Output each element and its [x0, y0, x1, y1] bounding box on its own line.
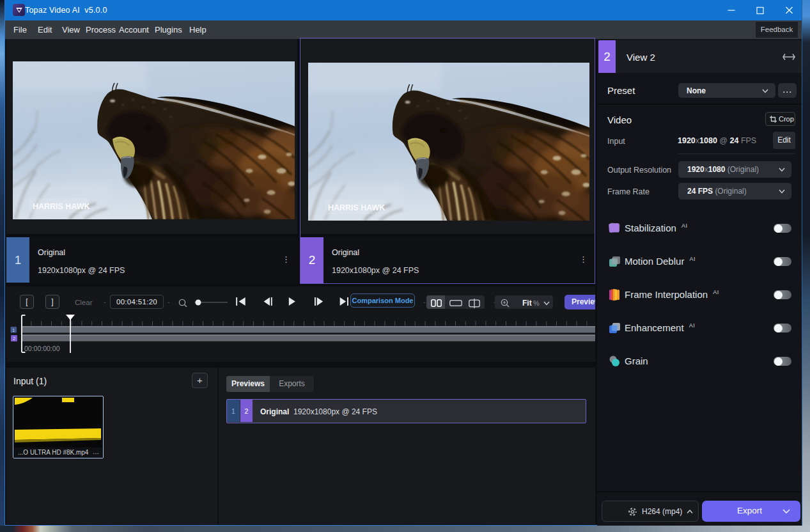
svg-text:1: 1 [12, 327, 15, 333]
svg-text:00:00:00:00: 00:00:00:00 [24, 345, 60, 352]
svg-text:2: 2 [13, 336, 15, 341]
